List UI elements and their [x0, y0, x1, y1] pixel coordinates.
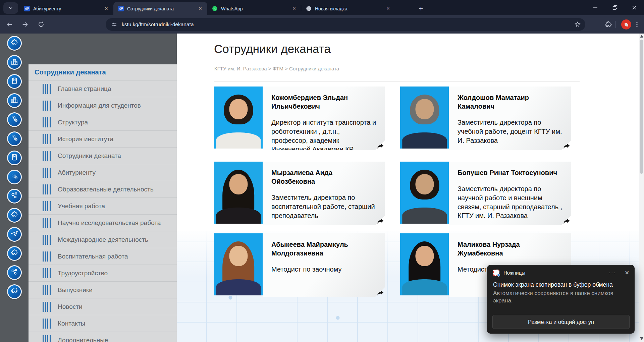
- plane-icon: [10, 230, 18, 239]
- tab-close-icon[interactable]: ✕: [197, 5, 204, 12]
- staff-card-0[interactable]: Кожомбердиев Эльдан Ильичбекович Директо…: [214, 87, 385, 150]
- rail-badge-5[interactable]: [7, 131, 22, 146]
- staff-position: Заместитель директора по учебной работе,…: [458, 118, 563, 145]
- sidebar-menu-item-7[interactable]: Учебная работа: [29, 198, 177, 215]
- forward-button[interactable]: [19, 18, 32, 31]
- toast-close-icon[interactable]: ✕: [625, 270, 629, 276]
- rail-badge-1[interactable]: [7, 55, 22, 70]
- staff-photo: [214, 87, 263, 149]
- menu-bars-icon: [43, 302, 51, 312]
- rail-badge-2[interactable]: [7, 74, 22, 89]
- sidebar-menu-item-12[interactable]: Выпускники: [29, 282, 177, 298]
- close-window-button[interactable]: [625, 0, 644, 15]
- menu-bars-icon: [43, 168, 51, 178]
- rail-badge-13[interactable]: [7, 284, 22, 299]
- share-arrow-icon[interactable]: [376, 142, 384, 150]
- left-icon-rail: [0, 34, 29, 342]
- menu-bars-icon: [43, 235, 51, 245]
- sidebar-menu-item-3[interactable]: История института: [29, 131, 177, 148]
- sidebar-top-band: [29, 34, 177, 64]
- toast-more-icon[interactable]: ···: [609, 270, 616, 276]
- sidebar-menu-item-8[interactable]: Научно исследовательская работа: [29, 215, 177, 231]
- sidebar-menu-item-5[interactable]: Абитуриенту: [29, 164, 177, 181]
- menu-bars-icon: [43, 218, 51, 228]
- staff-name: Мырзалиева Аида Ойозбековна: [271, 168, 377, 186]
- sidebar-menu-item-11[interactable]: Трудоустройство: [29, 265, 177, 282]
- sidebar-menu-item-4[interactable]: Сотрудники деканата: [29, 148, 177, 164]
- browser-tab-0[interactable]: Абитуриенту ✕: [19, 2, 113, 15]
- menu-item-label: Информация для студентов: [58, 102, 141, 109]
- minimize-button[interactable]: [586, 0, 605, 15]
- window-controls: [586, 0, 644, 15]
- staff-card-1[interactable]: Жолдошов Маматаир Камалович Заместитель …: [400, 87, 571, 150]
- tab-title: Абитуриенту: [33, 6, 103, 11]
- rail-badge-12[interactable]: [7, 265, 22, 280]
- share-arrow-icon[interactable]: [376, 217, 384, 225]
- sidebar-menu-item-15[interactable]: Дополнительные: [29, 332, 177, 342]
- sidebar-menu-item-14[interactable]: Контакты: [29, 315, 177, 332]
- browser-window: Абитуриенту ✕ Сотрудники деканата ✕ What…: [0, 0, 644, 342]
- staff-name: Бопушев Ринат Токтосунович: [458, 168, 563, 177]
- sidebar-menu-item-2[interactable]: Структура: [29, 114, 177, 131]
- extensions-icon[interactable]: [604, 21, 612, 28]
- profile-avatar[interactable]: [621, 19, 631, 30]
- staff-card-3[interactable]: Бопушев Ринат Токтосунович Заместитель д…: [400, 162, 571, 225]
- rail-badge-4[interactable]: [7, 112, 22, 127]
- rail-badge-8[interactable]: [7, 189, 22, 204]
- rail-badge-10[interactable]: [7, 227, 22, 242]
- staff-position: Директор института транспорта и робототе…: [271, 118, 377, 154]
- snipping-tool-icon: [493, 270, 499, 276]
- browser-tab-3[interactable]: Новая вкладка ✕: [301, 2, 395, 15]
- menu-item-label: Абитуриенту: [58, 169, 96, 176]
- browser-tab-2[interactable]: WhatsApp ✕: [207, 2, 301, 15]
- menu-bars-icon: [43, 201, 51, 211]
- menu-item-label: Дополнительные: [58, 337, 108, 342]
- new-tab-button[interactable]: +: [416, 4, 426, 13]
- toast-message-secondary: Автоматически сохраняются в папке снимко…: [487, 288, 635, 305]
- bookmark-star-icon[interactable]: [574, 21, 581, 28]
- staff-card-4[interactable]: Абыкеева Майрамкуль Молдогазиевна Методи…: [214, 233, 385, 297]
- share-arrow-icon[interactable]: [376, 289, 384, 297]
- rail-badge-3[interactable]: [7, 93, 22, 108]
- gears-icon: [10, 134, 18, 144]
- site-info-icon[interactable]: [111, 21, 117, 27]
- share-arrow-icon[interactable]: [562, 142, 571, 150]
- page-scrollbar[interactable]: [639, 34, 644, 342]
- rail-badge-11[interactable]: [7, 246, 22, 261]
- staff-name: Абыкеева Майрамкуль Молдогазиевна: [271, 240, 377, 258]
- scroll-down-arrow[interactable]: [640, 337, 643, 340]
- restore-button[interactable]: [605, 0, 625, 15]
- menu-dots-icon[interactable]: [633, 21, 641, 28]
- share-arrow-icon[interactable]: [562, 217, 571, 225]
- tab-close-icon[interactable]: ✕: [384, 5, 392, 12]
- sidebar-menu-item-13[interactable]: Новости: [29, 298, 177, 315]
- tab-close-icon[interactable]: ✕: [103, 5, 110, 12]
- scroll-thumb[interactable]: [640, 40, 643, 174]
- staff-card-text: Кожомбердиев Эльдан Ильичбекович Директо…: [263, 87, 385, 150]
- staff-card-2[interactable]: Мырзалиева Аида Ойозбековна Заместитель …: [214, 162, 385, 225]
- menu-item-label: Трудоустройство: [58, 270, 108, 277]
- sidebar-menu-item-1[interactable]: Информация для студентов: [29, 97, 177, 114]
- sidebar-menu-item-10[interactable]: Воспитательная работа: [29, 248, 177, 265]
- scroll-up-arrow[interactable]: [640, 35, 643, 38]
- menu-bars-icon: [43, 101, 51, 111]
- address-bar[interactable]: kstu.kg/ftm/sotrudniki-dekanata: [106, 18, 585, 31]
- url-text[interactable]: kstu.kg/ftm/sotrudniki-dekanata: [122, 21, 574, 27]
- markup-share-button[interactable]: Разметка и общий доступ: [492, 315, 630, 329]
- sidebar-menu-item-9[interactable]: Международное деятельность: [29, 231, 177, 248]
- puzzle-icon: [10, 287, 18, 296]
- rail-badge-9[interactable]: [7, 208, 22, 223]
- rail-badge-0[interactable]: [7, 36, 22, 51]
- menu-bars-icon: [43, 84, 51, 94]
- menu-bars-icon: [43, 335, 51, 342]
- back-button[interactable]: [3, 18, 16, 31]
- rail-badge-7[interactable]: [7, 170, 22, 184]
- rail-badge-6[interactable]: [7, 151, 22, 165]
- sidebar-menu-item-6[interactable]: Образовательные деятельность: [29, 181, 177, 198]
- browser-tab-1[interactable]: Сотрудники деканата ✕: [113, 2, 207, 15]
- staff-name: Жолдошов Маматаир Камалович: [458, 93, 563, 111]
- tab-search-button[interactable]: [3, 2, 18, 14]
- tab-close-icon[interactable]: ✕: [290, 5, 298, 12]
- sidebar-menu-item-0[interactable]: Главная страница: [29, 80, 177, 97]
- reload-button[interactable]: [35, 18, 47, 31]
